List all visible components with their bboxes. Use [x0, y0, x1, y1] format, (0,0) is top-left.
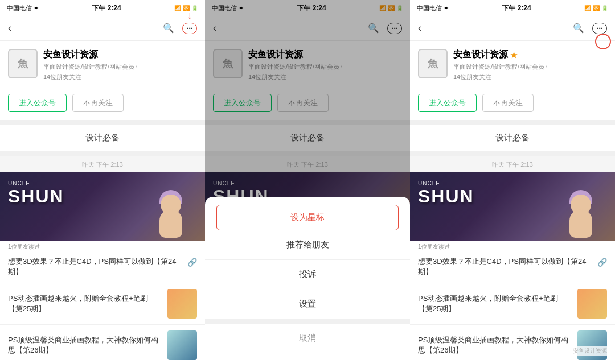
status-bar-3: 中国电信 ✦ 下午 2:24 📶 🛜 🔋: [410, 0, 615, 16]
battery-icons-3: 📶 🛜 🔋: [584, 5, 608, 11]
signal-icon-3: 📶: [584, 5, 591, 11]
nav-bar-3: ‹ 🔍 ···: [410, 16, 615, 41]
list-thumb-1-1: [167, 330, 197, 360]
avatar-3: 魚: [418, 49, 448, 78]
list-item-text-3-1: PS顶级温馨类商业插画教程，大神教你如何构思【第26期】: [418, 335, 572, 355]
carrier-1: 中国电信 ✦: [7, 4, 39, 13]
design-section-3: 设计必备: [410, 125, 615, 156]
more-button-3[interactable]: ···: [592, 23, 607, 34]
hero-shun-1: SHUN: [8, 187, 64, 206]
article-title-1: 想要3D效果？不止是C4D，PS同样可以做到【第24期】: [8, 257, 183, 277]
profile-actions-3: 进入公众号 不再关注: [410, 88, 615, 125]
profile-desc-3: 平面设计资源/设计教程/网站会员 ›: [453, 63, 607, 71]
signal-icon-1: 📶: [174, 5, 181, 11]
nav-actions-3: 🔍 ···: [573, 23, 607, 34]
arrow-indicator-1: ↓: [187, 10, 192, 22]
nav-bar-1: ‹ 🔍 ↓ ···: [0, 16, 205, 41]
hero-text-3: UNCLE SHUN: [418, 180, 474, 206]
time-1: 下午 2:24: [92, 3, 121, 13]
unfollow-button-3[interactable]: 不再关注: [482, 94, 534, 112]
enter-button-1[interactable]: 进入公众号: [8, 94, 67, 112]
status-bar-1: 中国电信 ✦ 下午 2:24 📶 🛜 🔋: [0, 0, 205, 16]
timestamp-3: 昨天 下午 2:13: [410, 156, 615, 172]
battery-icons-1: 📶 🛜 🔋: [174, 5, 198, 11]
list-thumb-3-0: [577, 289, 607, 318]
list-item-3-1[interactable]: PS顶级温馨类商业插画教程，大神教你如何构思【第26期】: [410, 325, 615, 364]
bottom-menu-2: 设为星标 推荐给朋友 投诉 设置 取消: [205, 197, 410, 364]
list-item-text-3-0: PS动态插画越来越火，附赠全套教程+笔刷【第25期】: [418, 293, 572, 314]
article-title-row-3[interactable]: 想要3D效果？不止是C4D，PS同样可以做到【第24期】 🔗: [410, 253, 615, 283]
list-item-text-1-1: PS顶级温馨类商业插画教程，大神教你如何构思【第26期】: [8, 335, 162, 355]
phone-panel-2: 中国电信 ✦ 下午 2:24 📶 🛜 🔋 ‹ 🔍 ··· 魚 安鱼设计资源 平面…: [205, 0, 410, 364]
list-item-1-0[interactable]: PS动态插画越来越火，附赠全套教程+笔刷【第25期】: [0, 283, 205, 325]
wifi-icon-3: 🛜: [593, 5, 600, 11]
hero-uncle-1: UNCLE: [8, 180, 64, 187]
profile-section-1: 魚 安鱼设计资源 平面设计资源/设计教程/网站会员 › 14位朋友关注: [0, 41, 205, 88]
profile-desc-1: 平面设计资源/设计教程/网站会员 ›: [43, 63, 197, 71]
list-item-3-0[interactable]: PS动态插画越来越火，附赠全套教程+笔刷【第25期】: [410, 283, 615, 325]
enter-button-3[interactable]: 进入公众号: [418, 94, 477, 112]
list-thumb-1-0: [167, 289, 197, 318]
menu-item-cancel[interactable]: 取消: [205, 319, 410, 353]
profile-section-3: 魚 安鱼设计资源 ★ 平面设计资源/设计教程/网站会员 › 14位朋友关注: [410, 41, 615, 88]
article-title-row-1[interactable]: 想要3D效果？不止是C4D，PS同样可以做到【第24期】 🔗: [0, 253, 205, 283]
link-icon-1: 🔗: [187, 258, 197, 267]
timestamp-1: 昨天 下午 2:13: [0, 156, 205, 172]
search-icon-1[interactable]: 🔍: [163, 23, 174, 34]
char-body-3: [569, 209, 592, 238]
desc-arrow-1: ›: [136, 64, 137, 70]
profile-name-3: 安鱼设计资源 ★: [453, 49, 607, 61]
friend-read-1: 1位朋友读过: [0, 241, 205, 253]
article-card-3[interactable]: UNCLE SHUN 1位朋友读过 想要3D效果？不止是C4D，PS同样可以做到…: [410, 172, 615, 283]
phone-panel-3: 中国电信 ✦ 下午 2:24 📶 🛜 🔋 ‹ 🔍 ··· 魚 安鱼设计资源 ★ …: [410, 0, 615, 364]
article-card-1[interactable]: UNCLE SHUN 1位朋友读过 想要3D效果？不止是C4D，PS同样可以做到…: [0, 172, 205, 283]
watermark-3: 安鱼设计资源: [571, 346, 609, 356]
profile-info-3: 安鱼设计资源 ★ 平面设计资源/设计教程/网站会员 › 14位朋友关注: [453, 49, 607, 81]
link-icon-3: 🔗: [597, 258, 607, 267]
hero-character-3: [558, 187, 604, 238]
search-icon-3[interactable]: 🔍: [573, 23, 584, 34]
nav-actions-1: 🔍 ↓ ···: [163, 23, 197, 34]
star-icon-3: ★: [510, 51, 518, 60]
article-hero-3: UNCLE SHUN: [410, 172, 615, 241]
battery-icon-3: 🔋: [601, 5, 608, 11]
char-body-1: [159, 209, 182, 238]
hero-character-1: [148, 187, 194, 238]
unfollow-button-1[interactable]: 不再关注: [72, 94, 124, 112]
phone-panel-1: 中国电信 ✦ 下午 2:24 📶 🛜 🔋 ‹ 🔍 ↓ ··· 魚 安鱼设计资源: [0, 0, 205, 364]
back-button-3[interactable]: ‹: [418, 22, 421, 34]
desc-arrow-3: ›: [546, 64, 547, 70]
profile-followers-1: 14位朋友关注: [43, 73, 197, 81]
battery-icon-1: 🔋: [191, 5, 198, 11]
menu-item-settings[interactable]: 设置: [205, 289, 410, 319]
more-button-1[interactable]: ↓ ···: [182, 23, 197, 34]
hero-text-1: UNCLE SHUN: [8, 180, 64, 206]
menu-item-recommend[interactable]: 推荐给朋友: [205, 230, 410, 260]
back-button-1[interactable]: ‹: [8, 22, 11, 34]
friend-read-3: 1位朋友读过: [410, 241, 615, 253]
article-title-3: 想要3D效果？不止是C4D，PS同样可以做到【第24期】: [418, 257, 593, 277]
menu-item-report[interactable]: 投诉: [205, 260, 410, 289]
profile-name-1: 安鱼设计资源: [43, 49, 197, 61]
hero-uncle-3: UNCLE: [418, 180, 474, 187]
profile-info-1: 安鱼设计资源 平面设计资源/设计教程/网站会员 › 14位朋友关注: [43, 49, 197, 81]
avatar-1: 魚: [8, 49, 38, 78]
time-3: 下午 2:24: [502, 3, 531, 13]
profile-actions-1: 进入公众号 不再关注: [0, 88, 205, 125]
hero-shun-3: SHUN: [418, 187, 474, 206]
article-hero-1: UNCLE SHUN: [0, 172, 205, 241]
list-item-text-1-0: PS动态插画越来越火，附赠全套教程+笔刷【第25期】: [8, 293, 162, 314]
list-item-1-1[interactable]: PS顶级温馨类商业插画教程，大神教你如何构思【第26期】: [0, 325, 205, 364]
design-section-1: 设计必备: [0, 125, 205, 156]
carrier-3: 中国电信 ✦: [417, 4, 449, 13]
menu-item-starred[interactable]: 设为星标: [216, 205, 399, 230]
profile-followers-3: 14位朋友关注: [453, 73, 607, 81]
